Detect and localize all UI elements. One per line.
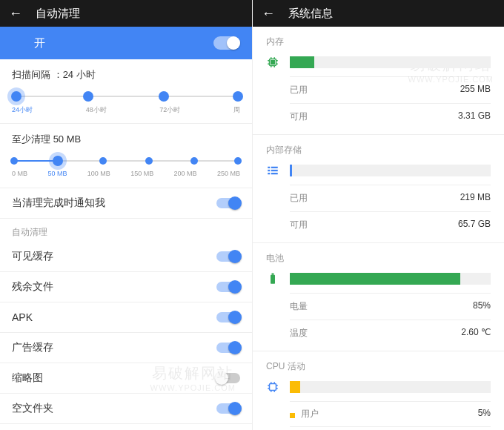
master-toggle-banner[interactable]: 开 (0, 27, 252, 59)
storage-section: 已用219 MB 可用65.7 GB (253, 161, 504, 242)
row-toggle[interactable] (216, 403, 240, 414)
row-toggle[interactable] (216, 282, 240, 292)
svg-rect-14 (268, 173, 270, 174)
row-toggle[interactable] (216, 251, 240, 262)
memory-avail-row: 可用3.31 GB (266, 107, 491, 127)
memory-bar (290, 56, 491, 68)
row-label: 可见缓存 (12, 250, 53, 263)
notify-when-done-row[interactable]: 当清理完成时通知我 (0, 188, 252, 218)
battery-section: 电量85% 温度2.60 ℃ (253, 269, 504, 351)
banner-label: 开 (34, 36, 45, 50)
clean-option-row[interactable]: 剪贴板 (0, 424, 252, 430)
scan-interval-slider[interactable]: 24小时 48小时 72小时 周 (12, 89, 240, 119)
auto-clean-section-header: 自动清理 (0, 219, 252, 242)
left-header: ← 自动清理 (0, 0, 252, 27)
storage-avail-row: 可用65.7 GB (266, 215, 491, 235)
clean-option-row[interactable]: APK (0, 302, 252, 332)
left-title: 自动清理 (36, 7, 80, 21)
scan-interval-section: 扫描间隔 ：24 小时 24小时 48小时 72小时 周 (0, 59, 252, 123)
master-toggle[interactable] (213, 36, 240, 50)
row-label: 缩略图 (12, 371, 43, 385)
storage-bar (290, 165, 491, 176)
min-clean-slider[interactable]: 0 MB 50 MB 100 MB 150 MB 200 MB 250 MB (12, 153, 240, 183)
chip-icon (266, 56, 279, 69)
cpu-header: CPU 活动 (253, 351, 504, 377)
svg-rect-10 (268, 167, 270, 168)
list-icon (266, 164, 279, 177)
back-icon[interactable]: ← (9, 7, 22, 20)
row-toggle[interactable] (216, 343, 240, 353)
notify-toggle[interactable] (216, 198, 240, 208)
svg-rect-17 (272, 274, 274, 275)
row-label: 残余文件 (12, 280, 53, 294)
row-label: 空文件夹 (12, 402, 53, 415)
clean-option-row[interactable]: 缩略图 (0, 363, 252, 393)
battery-level-row: 电量85% (266, 297, 491, 317)
svg-rect-16 (271, 275, 275, 284)
cpu-bar (290, 381, 491, 393)
row-toggle[interactable] (216, 373, 240, 383)
battery-temp-row: 温度2.60 ℃ (266, 323, 491, 343)
svg-rect-1 (271, 61, 275, 64)
row-label: 广告缓存 (12, 341, 53, 354)
svg-rect-11 (271, 167, 278, 168)
svg-rect-15 (271, 173, 278, 174)
clean-option-row[interactable]: 广告缓存 (0, 333, 252, 363)
battery-bar (290, 273, 491, 285)
row-label: APK (12, 311, 33, 323)
battery-icon (266, 272, 279, 285)
memory-section: 已用255 MB 可用3.31 GB (253, 53, 504, 134)
right-title: 系统信息 (288, 7, 333, 21)
storage-header: 内部存储 (253, 135, 504, 161)
right-header: ← 系统信息 (253, 0, 504, 27)
clean-option-row[interactable]: 残余文件 (0, 272, 252, 302)
svg-rect-18 (270, 384, 276, 391)
cpu-icon (266, 380, 279, 394)
memory-used-row: 已用255 MB (266, 80, 491, 100)
cpu-legend-row: 用户5% (266, 405, 491, 423)
cpu-section: 用户5%系统0%闲置95% (253, 377, 504, 430)
min-clean-title: 至少清理 50 MB (12, 133, 240, 146)
clean-option-row[interactable]: 可见缓存 (0, 242, 252, 271)
svg-rect-13 (271, 170, 278, 171)
row-toggle[interactable] (216, 312, 240, 322)
min-clean-section: 至少清理 50 MB 0 MB 50 MB 100 MB 150 MB 200 … (0, 124, 252, 188)
battery-header: 电池 (253, 243, 504, 269)
back-icon[interactable]: ← (262, 7, 275, 20)
clean-option-row[interactable]: 空文件夹 (0, 394, 252, 423)
memory-header: 内存 (253, 27, 504, 53)
scan-interval-title: 扫描间隔 ：24 小时 (12, 68, 240, 82)
storage-used-row: 已用219 MB (266, 188, 491, 208)
svg-rect-12 (268, 170, 270, 171)
